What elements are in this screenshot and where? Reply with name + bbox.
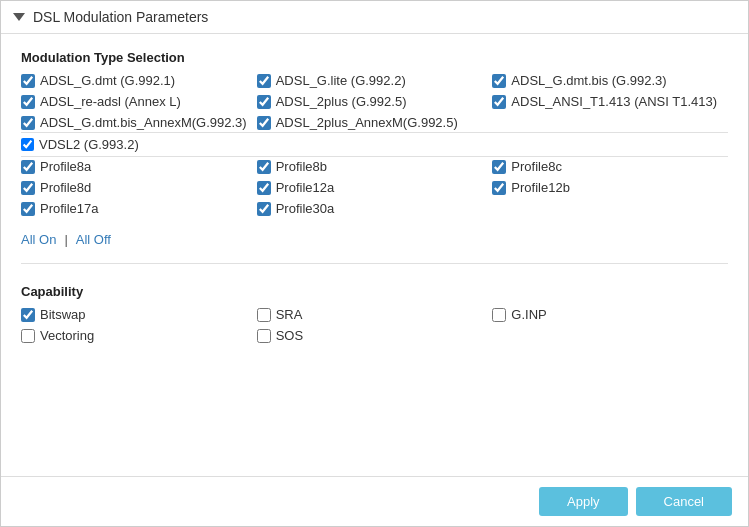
profile8c-label: Profile8c	[511, 159, 562, 174]
capability-title: Capability	[21, 284, 728, 299]
adsl_glite-checkbox[interactable]	[257, 74, 271, 88]
profile8a-label: Profile8a	[40, 159, 91, 174]
profile8a-checkbox[interactable]	[21, 160, 35, 174]
vectoring-label: Vectoring	[40, 328, 94, 343]
adsl_2plus_annexm-label: ADSL_2plus_AnnexM(G.992.5)	[276, 115, 458, 130]
checkbox-row: ADSL_G.dmt (G.992.1)ADSL_G.lite (G.992.2…	[21, 73, 728, 88]
profile-checkboxes: Profile8aProfile8bProfile8cProfile8dProf…	[21, 159, 728, 216]
profile8d-label: Profile8d	[40, 180, 91, 195]
profile30a-checkbox[interactable]	[257, 202, 271, 216]
profile8d-checkbox[interactable]	[21, 181, 35, 195]
profile17a-checkbox[interactable]	[21, 202, 35, 216]
profile30a-label: Profile30a	[276, 201, 335, 216]
adsl_ansi-label: ADSL_ANSI_T1.413 (ANSI T1.413)	[511, 94, 717, 109]
adsl_gdmtbis-label: ADSL_G.dmt.bis (G.992.3)	[511, 73, 666, 88]
vdsl2-row: VDSL2 (G.993.2)	[21, 132, 728, 157]
adsl_gdmtbis_annexm-label: ADSL_G.dmt.bis_AnnexM(G.992.3)	[40, 115, 247, 130]
sos-checkbox[interactable]	[257, 329, 271, 343]
bitswap-label: Bitswap	[40, 307, 86, 322]
modulation-checkboxes: ADSL_G.dmt (G.992.1)ADSL_G.lite (G.992.2…	[21, 73, 728, 130]
capability-checkboxes: BitswapSRAG.INPVectoringSOS	[21, 307, 728, 343]
links-separator: |	[64, 232, 67, 247]
adsl_gdmtbis_annexm-checkbox[interactable]	[21, 116, 35, 130]
all-off-link[interactable]: All Off	[76, 232, 111, 247]
sra-label: SRA	[276, 307, 303, 322]
adsl_2plus-label: ADSL_2plus (G.992.5)	[276, 94, 407, 109]
checkbox-cell: Profile12a	[257, 180, 493, 195]
checkbox-cell: SRA	[257, 307, 493, 322]
profile8c-checkbox[interactable]	[492, 160, 506, 174]
adsl_readsl-label: ADSL_re-adsl (Annex L)	[40, 94, 181, 109]
checkbox-cell: Vectoring	[21, 328, 257, 343]
checkbox-cell	[492, 328, 728, 343]
adsl_gdmt-checkbox[interactable]	[21, 74, 35, 88]
checkbox-cell: Bitswap	[21, 307, 257, 322]
ginp-label: G.INP	[511, 307, 546, 322]
checkbox-cell: ADSL_2plus_AnnexM(G.992.5)	[257, 115, 493, 130]
sos-label: SOS	[276, 328, 303, 343]
adsl_2plus-checkbox[interactable]	[257, 95, 271, 109]
profile17a-label: Profile17a	[40, 201, 99, 216]
checkbox-cell: Profile8b	[257, 159, 493, 174]
bitswap-checkbox[interactable]	[21, 308, 35, 322]
checkbox-cell: ADSL_G.dmt.bis (G.992.3)	[492, 73, 728, 88]
adsl_glite-label: ADSL_G.lite (G.992.2)	[276, 73, 406, 88]
profile12b-label: Profile12b	[511, 180, 570, 195]
checkbox-row: ADSL_G.dmt.bis_AnnexM(G.992.3)ADSL_2plus…	[21, 115, 728, 130]
capability-section: Capability BitswapSRAG.INPVectoringSOS	[21, 284, 728, 343]
profile12a-checkbox[interactable]	[257, 181, 271, 195]
main-container: DSL Modulation Parameters Modulation Typ…	[0, 0, 749, 527]
checkbox-cell: ADSL_ANSI_T1.413 (ANSI T1.413)	[492, 94, 728, 109]
profile8b-checkbox[interactable]	[257, 160, 271, 174]
modulation-title: Modulation Type Selection	[21, 50, 728, 65]
checkbox-cell: Profile8c	[492, 159, 728, 174]
cancel-button[interactable]: Cancel	[636, 487, 732, 516]
checkbox-cell: G.INP	[492, 307, 728, 322]
vdsl2-checkbox[interactable]	[21, 138, 34, 151]
checkbox-row: VectoringSOS	[21, 328, 728, 343]
section-title: DSL Modulation Parameters	[33, 9, 208, 25]
checkbox-row: Profile8dProfile12aProfile12b	[21, 180, 728, 195]
checkbox-cell: ADSL_G.dmt.bis_AnnexM(G.992.3)	[21, 115, 257, 130]
profile12a-label: Profile12a	[276, 180, 335, 195]
checkbox-cell: ADSL_G.dmt (G.992.1)	[21, 73, 257, 88]
checkbox-cell: Profile30a	[257, 201, 493, 216]
profile8b-label: Profile8b	[276, 159, 327, 174]
adsl_ansi-checkbox[interactable]	[492, 95, 506, 109]
profile12b-checkbox[interactable]	[492, 181, 506, 195]
checkbox-row: BitswapSRAG.INP	[21, 307, 728, 322]
checkbox-cell	[492, 201, 728, 216]
adsl_gdmtbis-checkbox[interactable]	[492, 74, 506, 88]
section-header: DSL Modulation Parameters	[1, 1, 748, 34]
adsl_readsl-checkbox[interactable]	[21, 95, 35, 109]
checkbox-cell: SOS	[257, 328, 493, 343]
footer: Apply Cancel	[1, 476, 748, 526]
checkbox-cell: Profile8d	[21, 180, 257, 195]
vectoring-checkbox[interactable]	[21, 329, 35, 343]
checkbox-cell: ADSL_G.lite (G.992.2)	[257, 73, 493, 88]
all-on-link[interactable]: All On	[21, 232, 56, 247]
checkbox-cell: Profile12b	[492, 180, 728, 195]
checkbox-cell: ADSL_re-adsl (Annex L)	[21, 94, 257, 109]
divider	[21, 263, 728, 264]
checkbox-row: Profile8aProfile8bProfile8c	[21, 159, 728, 174]
ginp-checkbox[interactable]	[492, 308, 506, 322]
collapse-icon[interactable]	[13, 13, 25, 21]
checkbox-cell: ADSL_2plus (G.992.5)	[257, 94, 493, 109]
checkbox-cell	[492, 115, 728, 130]
checkbox-cell: Profile8a	[21, 159, 257, 174]
apply-button[interactable]: Apply	[539, 487, 628, 516]
checkbox-row: ADSL_re-adsl (Annex L)ADSL_2plus (G.992.…	[21, 94, 728, 109]
adsl_gdmt-label: ADSL_G.dmt (G.992.1)	[40, 73, 175, 88]
adsl_2plus_annexm-checkbox[interactable]	[257, 116, 271, 130]
checkbox-row: Profile17aProfile30a	[21, 201, 728, 216]
sra-checkbox[interactable]	[257, 308, 271, 322]
modulation-section: Modulation Type Selection ADSL_G.dmt (G.…	[21, 50, 728, 216]
content-area: Modulation Type Selection ADSL_G.dmt (G.…	[1, 34, 748, 476]
checkbox-cell: Profile17a	[21, 201, 257, 216]
vdsl2-label: VDSL2 (G.993.2)	[39, 137, 139, 152]
links-row: All On | All Off	[21, 232, 728, 247]
